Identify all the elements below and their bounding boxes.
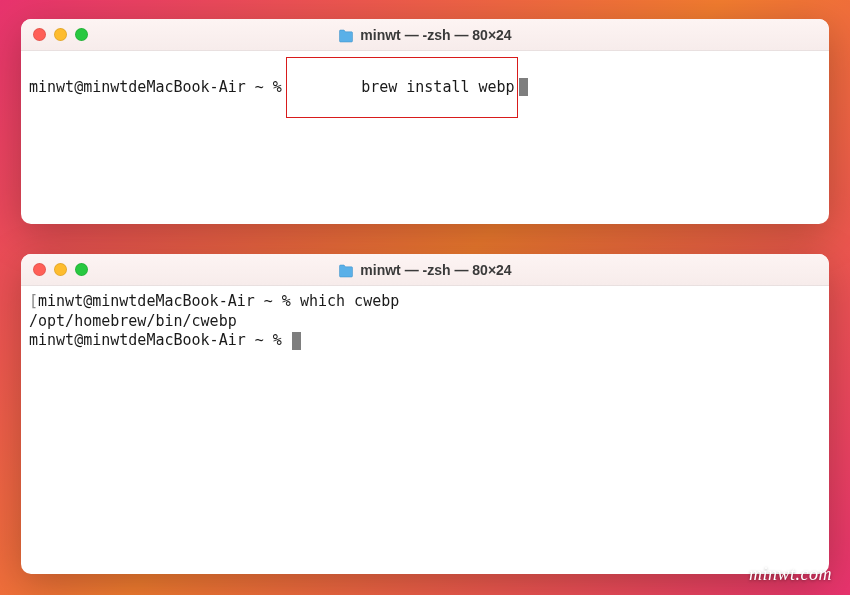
terminal-window-1: minwt — -zsh — 80×24 minwt@minwtdeMacBoo…	[21, 19, 829, 224]
titlebar: minwt — -zsh — 80×24	[21, 19, 829, 51]
traffic-lights	[33, 28, 88, 41]
prompt: minwt@minwtdeMacBook-Air ~ %	[29, 78, 282, 98]
terminal-line: [minwt@minwtdeMacBook-Air ~ % which cweb…	[29, 292, 821, 312]
cursor	[519, 78, 528, 96]
folder-icon	[338, 263, 354, 277]
prompt: minwt@minwtdeMacBook-Air ~ %	[29, 331, 291, 351]
title-content: minwt — -zsh — 80×24	[21, 27, 829, 43]
window-title: minwt — -zsh — 80×24	[360, 27, 511, 43]
maximize-button[interactable]	[75, 28, 88, 41]
prompt: minwt@minwtdeMacBook-Air ~ %	[38, 292, 291, 312]
close-button[interactable]	[33, 28, 46, 41]
titlebar: minwt — -zsh — 80×24	[21, 254, 829, 286]
watermark: minwt.com	[749, 564, 832, 585]
command-text: which cwebp	[291, 292, 399, 312]
terminal-line: minwt@minwtdeMacBook-Air ~ %	[29, 331, 821, 351]
title-content: minwt — -zsh — 80×24	[21, 262, 829, 278]
cursor	[292, 332, 301, 350]
output-text: /opt/homebrew/bin/cwebp	[29, 312, 237, 332]
maximize-button[interactable]	[75, 263, 88, 276]
command-highlight: brew install webp	[286, 57, 518, 118]
traffic-lights	[33, 263, 88, 276]
terminal-body[interactable]: minwt@minwtdeMacBook-Air ~ % brew instal…	[21, 51, 829, 124]
terminal-window-2: minwt — -zsh — 80×24 [minwt@minwtdeMacBo…	[21, 254, 829, 574]
close-button[interactable]	[33, 263, 46, 276]
terminal-line: minwt@minwtdeMacBook-Air ~ % brew instal…	[29, 57, 821, 118]
window-title: minwt — -zsh — 80×24	[360, 262, 511, 278]
bracket-open: [	[29, 292, 38, 312]
command-text: brew install webp	[361, 78, 515, 96]
folder-icon	[338, 28, 354, 42]
minimize-button[interactable]	[54, 28, 67, 41]
terminal-body[interactable]: [minwt@minwtdeMacBook-Air ~ % which cweb…	[21, 286, 829, 357]
minimize-button[interactable]	[54, 263, 67, 276]
terminal-line: /opt/homebrew/bin/cwebp	[29, 312, 821, 332]
